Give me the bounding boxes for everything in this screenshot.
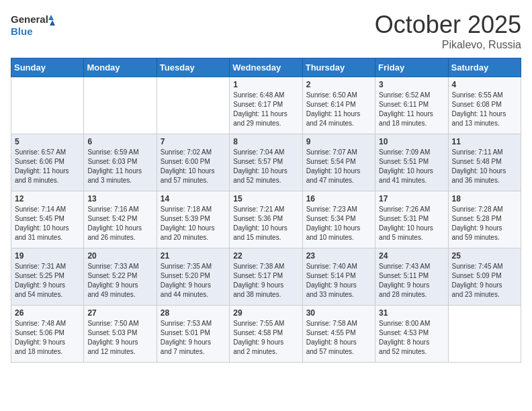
day-number: 18 — [452, 194, 517, 203]
calendar-day-cell: 21Sunrise: 7:35 AM Sunset: 5:20 PM Dayli… — [157, 248, 229, 306]
day-info: Sunrise: 7:11 AM Sunset: 5:48 PM Dayligh… — [452, 148, 517, 185]
header-cell: Sunday — [11, 58, 84, 77]
day-number: 7 — [161, 137, 226, 146]
calendar-day-cell: 17Sunrise: 7:26 AM Sunset: 5:31 PM Dayli… — [375, 191, 448, 248]
day-info: Sunrise: 7:33 AM Sunset: 5:22 PM Dayligh… — [87, 262, 152, 300]
day-number: 2 — [306, 80, 371, 89]
day-info: Sunrise: 7:53 AM Sunset: 5:01 PM Dayligh… — [161, 319, 226, 357]
calendar-container: General Blue October 2025 Pikalevo, Russ… — [11, 11, 521, 363]
calendar-day-cell: 10Sunrise: 7:09 AM Sunset: 5:51 PM Dayli… — [375, 134, 448, 191]
day-number: 24 — [379, 251, 444, 261]
day-info: Sunrise: 7:35 AM Sunset: 5:20 PM Dayligh… — [161, 262, 226, 300]
header-cell: Monday — [84, 58, 157, 77]
day-info: Sunrise: 7:16 AM Sunset: 5:42 PM Dayligh… — [87, 205, 152, 242]
svg-marker-2 — [48, 15, 54, 20]
day-info: Sunrise: 7:40 AM Sunset: 5:14 PM Dayligh… — [306, 262, 371, 300]
day-number: 3 — [379, 80, 444, 89]
calendar-week-row: 19Sunrise: 7:31 AM Sunset: 5:25 PM Dayli… — [11, 248, 521, 306]
calendar-day-cell: 14Sunrise: 7:18 AM Sunset: 5:39 PM Dayli… — [157, 191, 229, 248]
day-number: 8 — [233, 137, 298, 146]
header-cell: Wednesday — [230, 58, 302, 77]
day-number: 17 — [379, 194, 444, 203]
calendar-day-cell: 7Sunrise: 7:02 AM Sunset: 6:00 PM Daylig… — [157, 134, 229, 191]
day-info: Sunrise: 7:21 AM Sunset: 5:36 PM Dayligh… — [233, 205, 298, 242]
calendar-day-cell: 1Sunrise: 6:48 AM Sunset: 6:17 PM Daylig… — [230, 77, 302, 134]
calendar-week-row: 12Sunrise: 7:14 AM Sunset: 5:45 PM Dayli… — [11, 191, 521, 248]
calendar-week-row: 1Sunrise: 6:48 AM Sunset: 6:17 PM Daylig… — [11, 77, 521, 134]
calendar-day-cell: 16Sunrise: 7:23 AM Sunset: 5:34 PM Dayli… — [302, 191, 375, 248]
calendar-day-cell: 11Sunrise: 7:11 AM Sunset: 5:48 PM Dayli… — [448, 134, 521, 191]
logo-svg: General Blue — [11, 11, 58, 41]
day-number: 25 — [452, 251, 517, 261]
day-number: 11 — [452, 137, 517, 146]
day-number: 6 — [87, 137, 152, 146]
day-number: 12 — [15, 194, 80, 203]
calendar-day-cell: 23Sunrise: 7:40 AM Sunset: 5:14 PM Dayli… — [302, 248, 375, 306]
day-info: Sunrise: 7:31 AM Sunset: 5:25 PM Dayligh… — [15, 262, 80, 300]
day-info: Sunrise: 7:43 AM Sunset: 5:11 PM Dayligh… — [379, 262, 444, 300]
day-info: Sunrise: 7:58 AM Sunset: 4:55 PM Dayligh… — [306, 319, 371, 357]
calendar-day-cell — [448, 306, 521, 363]
calendar-day-cell: 15Sunrise: 7:21 AM Sunset: 5:36 PM Dayli… — [230, 191, 302, 248]
calendar-day-cell: 30Sunrise: 7:58 AM Sunset: 4:55 PM Dayli… — [302, 306, 375, 363]
calendar-day-cell: 29Sunrise: 7:55 AM Sunset: 4:58 PM Dayli… — [230, 306, 302, 363]
day-number: 4 — [452, 80, 517, 89]
calendar-day-cell: 20Sunrise: 7:33 AM Sunset: 5:22 PM Dayli… — [84, 248, 157, 306]
calendar-day-cell: 12Sunrise: 7:14 AM Sunset: 5:45 PM Dayli… — [11, 191, 84, 248]
day-number: 28 — [161, 308, 226, 318]
svg-text:Blue: Blue — [11, 26, 33, 37]
calendar-day-cell: 6Sunrise: 6:59 AM Sunset: 6:03 PM Daylig… — [84, 134, 157, 191]
day-number: 30 — [306, 308, 371, 318]
logo: General Blue — [11, 11, 58, 41]
day-info: Sunrise: 7:50 AM Sunset: 5:03 PM Dayligh… — [87, 319, 152, 357]
day-info: Sunrise: 7:23 AM Sunset: 5:34 PM Dayligh… — [306, 205, 371, 242]
day-info: Sunrise: 7:48 AM Sunset: 5:06 PM Dayligh… — [15, 319, 80, 357]
calendar-table: SundayMondayTuesdayWednesdayThursdayFrid… — [11, 58, 521, 363]
day-info: Sunrise: 6:50 AM Sunset: 6:14 PM Dayligh… — [306, 91, 371, 128]
day-number: 22 — [233, 251, 298, 261]
calendar-day-cell: 9Sunrise: 7:07 AM Sunset: 5:54 PM Daylig… — [302, 134, 375, 191]
header-cell: Friday — [375, 58, 448, 77]
location: Pikalevo, Russia — [375, 39, 521, 51]
day-info: Sunrise: 7:18 AM Sunset: 5:39 PM Dayligh… — [161, 205, 226, 242]
day-info: Sunrise: 6:57 AM Sunset: 6:06 PM Dayligh… — [15, 148, 80, 185]
day-number: 9 — [306, 137, 371, 146]
day-info: Sunrise: 7:02 AM Sunset: 6:00 PM Dayligh… — [161, 148, 226, 185]
day-number: 20 — [87, 251, 152, 261]
day-info: Sunrise: 7:07 AM Sunset: 5:54 PM Dayligh… — [306, 148, 371, 185]
calendar-day-cell: 28Sunrise: 7:53 AM Sunset: 5:01 PM Dayli… — [157, 306, 229, 363]
calendar-day-cell: 4Sunrise: 6:55 AM Sunset: 6:08 PM Daylig… — [448, 77, 521, 134]
day-number: 19 — [15, 251, 80, 261]
day-info: Sunrise: 7:38 AM Sunset: 5:17 PM Dayligh… — [233, 262, 298, 300]
svg-marker-3 — [50, 20, 55, 26]
header-row: SundayMondayTuesdayWednesdayThursdayFrid… — [11, 58, 521, 77]
day-info: Sunrise: 7:14 AM Sunset: 5:45 PM Dayligh… — [15, 205, 80, 242]
calendar-week-row: 5Sunrise: 6:57 AM Sunset: 6:06 PM Daylig… — [11, 134, 521, 191]
calendar-day-cell: 13Sunrise: 7:16 AM Sunset: 5:42 PM Dayli… — [84, 191, 157, 248]
calendar-day-cell: 25Sunrise: 7:45 AM Sunset: 5:09 PM Dayli… — [448, 248, 521, 306]
day-info: Sunrise: 6:55 AM Sunset: 6:08 PM Dayligh… — [452, 91, 517, 128]
day-info: Sunrise: 7:26 AM Sunset: 5:31 PM Dayligh… — [379, 205, 444, 242]
day-info: Sunrise: 7:45 AM Sunset: 5:09 PM Dayligh… — [452, 262, 517, 300]
calendar-day-cell: 31Sunrise: 8:00 AM Sunset: 4:53 PM Dayli… — [375, 306, 448, 363]
calendar-day-cell: 2Sunrise: 6:50 AM Sunset: 6:14 PM Daylig… — [302, 77, 375, 134]
calendar-day-cell: 5Sunrise: 6:57 AM Sunset: 6:06 PM Daylig… — [11, 134, 84, 191]
day-info: Sunrise: 8:00 AM Sunset: 4:53 PM Dayligh… — [379, 319, 444, 357]
calendar-day-cell: 3Sunrise: 6:52 AM Sunset: 6:11 PM Daylig… — [375, 77, 448, 134]
calendar-day-cell: 27Sunrise: 7:50 AM Sunset: 5:03 PM Dayli… — [84, 306, 157, 363]
day-number: 1 — [233, 80, 298, 89]
day-info: Sunrise: 6:48 AM Sunset: 6:17 PM Dayligh… — [233, 91, 298, 128]
calendar-header: General Blue October 2025 Pikalevo, Russ… — [11, 11, 521, 51]
header-cell: Saturday — [448, 58, 521, 77]
month-title: October 2025 — [375, 11, 521, 39]
day-info: Sunrise: 6:59 AM Sunset: 6:03 PM Dayligh… — [87, 148, 152, 185]
header-cell: Tuesday — [157, 58, 229, 77]
svg-text:General: General — [11, 13, 48, 25]
day-number: 31 — [379, 308, 444, 318]
calendar-day-cell: 18Sunrise: 7:28 AM Sunset: 5:28 PM Dayli… — [448, 191, 521, 248]
day-number: 26 — [15, 308, 80, 318]
day-info: Sunrise: 6:52 AM Sunset: 6:11 PM Dayligh… — [379, 91, 444, 128]
calendar-day-cell — [157, 77, 229, 134]
calendar-day-cell: 19Sunrise: 7:31 AM Sunset: 5:25 PM Dayli… — [11, 248, 84, 306]
day-number: 15 — [233, 194, 298, 203]
